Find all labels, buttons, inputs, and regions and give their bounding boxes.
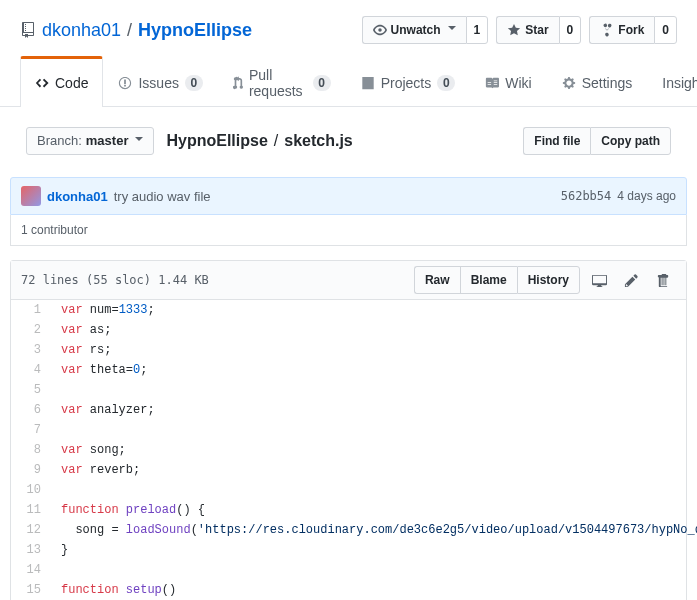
fork-icon bbox=[600, 23, 614, 37]
line-content: var num=1333; bbox=[51, 300, 686, 320]
commit-bar: dkonha01 try audio wav file 562bb54 4 da… bbox=[10, 177, 687, 215]
line-content bbox=[51, 420, 686, 440]
trash-icon[interactable] bbox=[650, 267, 676, 293]
tab-projects[interactable]: Projects0 bbox=[346, 59, 471, 107]
blame-button[interactable]: Blame bbox=[460, 266, 517, 294]
gear-icon bbox=[562, 76, 576, 90]
line-number[interactable]: 4 bbox=[11, 360, 51, 380]
unwatch-button[interactable]: Unwatch bbox=[362, 16, 466, 44]
line-content: var analyzer; bbox=[51, 400, 686, 420]
line-content: var rs; bbox=[51, 340, 686, 360]
watch-group: Unwatch 1 bbox=[362, 16, 489, 44]
repo-title: dkonha01 / HypnoEllipse bbox=[20, 20, 252, 41]
star-group: Star 0 bbox=[496, 16, 581, 44]
contributors[interactable]: 1 contributor bbox=[10, 215, 687, 246]
fork-group: Fork 0 bbox=[589, 16, 677, 44]
line-content: var theta=0; bbox=[51, 360, 686, 380]
fork-count[interactable]: 0 bbox=[654, 16, 677, 44]
star-count[interactable]: 0 bbox=[559, 16, 582, 44]
line-number[interactable]: 6 bbox=[11, 400, 51, 420]
repo-tabs: Code Issues0 Pull requests0 Projects0 Wi… bbox=[0, 58, 697, 107]
history-button[interactable]: History bbox=[517, 266, 580, 294]
line-content: } bbox=[51, 540, 686, 560]
line-number[interactable]: 1 bbox=[11, 300, 51, 320]
line-number[interactable]: 3 bbox=[11, 340, 51, 360]
line-number[interactable]: 5 bbox=[11, 380, 51, 400]
breadcrumb-file: sketch.js bbox=[284, 132, 352, 150]
line-content: function setup() bbox=[51, 580, 686, 600]
line-content: function preload() { bbox=[51, 500, 686, 520]
tab-settings[interactable]: Settings bbox=[547, 59, 648, 107]
fork-button[interactable]: Fork bbox=[589, 16, 654, 44]
repo-icon bbox=[20, 22, 36, 38]
breadcrumb-root[interactable]: HypnoEllipse bbox=[166, 132, 267, 150]
commit-date: 4 days ago bbox=[617, 189, 676, 203]
line-content bbox=[51, 380, 686, 400]
watch-count[interactable]: 1 bbox=[466, 16, 489, 44]
eye-icon bbox=[373, 23, 387, 37]
breadcrumb: HypnoEllipse / sketch.js bbox=[166, 132, 352, 150]
repo-owner-link[interactable]: dkonha01 bbox=[42, 20, 121, 41]
line-number[interactable]: 12 bbox=[11, 520, 51, 540]
line-number[interactable]: 11 bbox=[11, 500, 51, 520]
commit-sha[interactable]: 562bb54 bbox=[561, 189, 612, 203]
tab-insights[interactable]: Insights bbox=[647, 59, 697, 107]
tab-code[interactable]: Code bbox=[20, 56, 103, 107]
tab-issues[interactable]: Issues0 bbox=[103, 59, 217, 107]
avatar[interactable] bbox=[21, 186, 41, 206]
pencil-icon[interactable] bbox=[618, 267, 644, 293]
star-icon bbox=[507, 23, 521, 37]
line-number[interactable]: 13 bbox=[11, 540, 51, 560]
branch-select[interactable]: Branch: master bbox=[26, 127, 154, 155]
file-meta: 72 lines (55 sloc) 1.44 KB bbox=[21, 273, 209, 287]
line-content: var reverb; bbox=[51, 460, 686, 480]
raw-button[interactable]: Raw bbox=[414, 266, 460, 294]
pull-request-icon bbox=[233, 76, 243, 90]
line-content bbox=[51, 560, 686, 580]
find-file-button[interactable]: Find file bbox=[523, 127, 590, 155]
code-content: 1var num=1333;2var as;3var rs;4var theta… bbox=[11, 300, 686, 600]
line-content bbox=[51, 480, 686, 500]
line-number[interactable]: 2 bbox=[11, 320, 51, 340]
line-number[interactable]: 15 bbox=[11, 580, 51, 600]
line-content: var song; bbox=[51, 440, 686, 460]
code-icon bbox=[35, 76, 49, 90]
commit-author[interactable]: dkonha01 bbox=[47, 189, 108, 204]
copy-path-button[interactable]: Copy path bbox=[590, 127, 671, 155]
tab-pull-requests[interactable]: Pull requests0 bbox=[218, 59, 346, 107]
book-icon bbox=[485, 76, 499, 90]
star-button[interactable]: Star bbox=[496, 16, 558, 44]
line-content: var as; bbox=[51, 320, 686, 340]
line-number[interactable]: 7 bbox=[11, 420, 51, 440]
issue-icon bbox=[118, 76, 132, 90]
line-content: song = loadSound('https://res.cloudinary… bbox=[51, 520, 697, 540]
desktop-icon[interactable] bbox=[586, 267, 612, 293]
line-number[interactable]: 8 bbox=[11, 440, 51, 460]
line-number[interactable]: 9 bbox=[11, 460, 51, 480]
line-number[interactable]: 10 bbox=[11, 480, 51, 500]
line-number[interactable]: 14 bbox=[11, 560, 51, 580]
project-icon bbox=[361, 76, 375, 90]
repo-name-link[interactable]: HypnoEllipse bbox=[138, 20, 252, 41]
commit-message[interactable]: try audio wav file bbox=[114, 189, 211, 204]
tab-wiki[interactable]: Wiki bbox=[470, 59, 546, 107]
